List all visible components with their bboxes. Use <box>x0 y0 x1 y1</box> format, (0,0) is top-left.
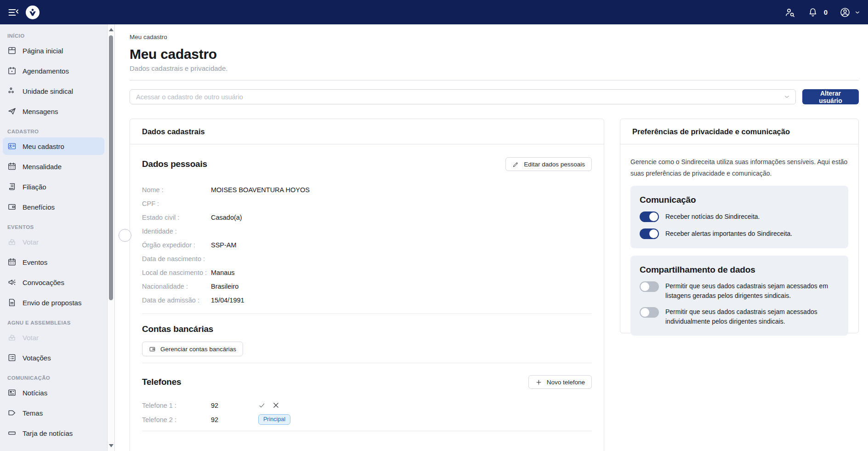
plus-icon <box>535 379 542 386</box>
field-row: Estado civil :Casado(a) <box>142 211 592 224</box>
app-logo[interactable] <box>26 6 40 19</box>
checklist-icon <box>7 353 17 362</box>
sidebar-item-unidade-sindical[interactable]: Unidade sindical <box>3 84 104 98</box>
field-row: Órgão expedidor :SSP-AM <box>142 238 592 252</box>
bell-icon[interactable] <box>807 7 818 18</box>
divider <box>142 431 592 431</box>
sidebar-item-meu-cadastro[interactable]: Meu cadastro <box>3 137 104 155</box>
sidebar-section-inicio: INÍCIO <box>7 33 100 39</box>
user-switch-row: Alterar usuário <box>130 89 859 104</box>
sidebar-scrollbar[interactable] <box>107 24 115 451</box>
phone-rows: Telefone 1 : 92 Telefone 2 : 92 Principa… <box>142 398 592 427</box>
file-text-icon <box>7 298 17 307</box>
sidebar-resize-handle[interactable] <box>119 229 131 242</box>
phone-row: Telefone 1 : 92 <box>142 398 592 412</box>
calendar-event-icon <box>7 66 17 75</box>
registration-card: Dados cadastrais Dados pessoais Editar d… <box>130 119 604 451</box>
scrollbar-thumb[interactable] <box>109 35 113 300</box>
toggle-row: Permitir que seus dados cadastrais sejam… <box>640 307 839 326</box>
sidebar-item-votar-agnu: Votar <box>3 331 104 344</box>
top-navbar: 0 <box>0 0 868 24</box>
sidebar-item-pagina-inicial[interactable]: Página inicial <box>3 44 104 57</box>
data-sharing-title: Compartilhamento de dados <box>640 265 839 275</box>
toggle-row: Permitir que seus dados cadastrais sejam… <box>640 281 839 301</box>
field-row: Data de nascimento : <box>142 252 592 266</box>
pencil-icon <box>512 161 519 168</box>
individual-access-toggle[interactable] <box>640 307 659 318</box>
listing-access-toggle[interactable] <box>640 281 659 292</box>
scroll-down-arrow-icon[interactable] <box>109 444 113 447</box>
scroll-up-arrow-icon[interactable] <box>109 28 113 31</box>
field-row: Identidade : <box>142 224 592 238</box>
page-title: Meu cadastro <box>130 46 859 62</box>
collapse-menu-icon[interactable] <box>7 6 19 18</box>
sidebar-item-convocacoes[interactable]: Convocações <box>3 275 104 289</box>
divider <box>142 363 592 363</box>
sidebar: INÍCIO Página inicial Agendamentos Unida… <box>0 24 107 451</box>
edit-personal-data-button[interactable]: Editar dados pessoais <box>505 157 592 171</box>
field-row: Nacionalidade :Brasileiro <box>142 280 592 293</box>
sidebar-item-temas[interactable]: Temas <box>3 406 104 420</box>
ballot-icon <box>7 333 17 342</box>
communication-panel: Comunicação Receber notícias do Sindirec… <box>630 186 848 248</box>
confirm-check-icon[interactable] <box>258 402 266 409</box>
wallet-icon <box>149 346 156 353</box>
chevron-down-icon[interactable] <box>854 9 861 16</box>
toggle-row: Receber alertas importantes do Sindirece… <box>640 228 839 239</box>
communication-title: Comunicação <box>640 195 839 205</box>
sidebar-section-agnu: AGNU E ASSEMBLEIAS <box>7 320 100 326</box>
sidebar-item-filiacao[interactable]: Filiação <box>3 180 104 194</box>
sidebar-item-eventos[interactable]: Eventos <box>3 255 104 269</box>
account-icon[interactable] <box>840 7 851 18</box>
phone-row: Telefone 2 : 92 Principal <box>142 412 592 427</box>
org-icon <box>7 86 17 96</box>
privacy-card-title: Preferências de privacidade e comunicaçã… <box>620 119 858 144</box>
main-content: Meu cadastro Meu cadastro Dados cadastra… <box>115 24 868 451</box>
id-card-icon <box>7 142 17 151</box>
sidebar-item-votar-eventos: Votar <box>3 235 104 249</box>
change-user-button[interactable]: Alterar usuário <box>802 89 859 104</box>
principal-badge: Principal <box>258 414 290 425</box>
privacy-card: Preferências de privacidade e comunicaçã… <box>620 119 859 333</box>
field-row: Local de nascimento :Manaus <box>142 266 592 280</box>
document-scroll-icon <box>7 182 17 191</box>
page-subtitle: Dados cadastrais e privacidade. <box>130 64 859 72</box>
news-toggle[interactable] <box>640 211 659 222</box>
sidebar-item-envio-de-propostas[interactable]: Envio de propostas <box>3 296 104 309</box>
sidebar-item-agendamentos[interactable]: Agendamentos <box>3 64 104 78</box>
wallet-icon <box>7 202 17 211</box>
bank-accounts-title: Contas bancárias <box>142 324 592 334</box>
megaphone-icon <box>7 278 17 287</box>
user-search-input[interactable] <box>130 89 796 104</box>
breadcrumb[interactable]: Meu cadastro <box>130 34 859 40</box>
manage-bank-accounts-button[interactable]: Gerenciar contas bancárias <box>142 342 243 356</box>
sidebar-item-votacoes[interactable]: Votações <box>3 351 104 365</box>
ballot-icon <box>7 237 17 246</box>
send-icon <box>7 107 17 116</box>
alerts-toggle[interactable] <box>640 228 659 239</box>
new-phone-button[interactable]: Novo telefone <box>528 375 592 389</box>
notifications-count: 0 <box>824 8 828 16</box>
personal-data-title: Dados pessoais <box>142 159 207 169</box>
layout-icon <box>7 46 17 55</box>
banner-icon <box>7 428 17 438</box>
app-root: 0 INÍCIO Página inicial Agendamentos Uni… <box>0 0 868 451</box>
divider <box>142 314 592 314</box>
sidebar-item-mensagens[interactable]: Mensagens <box>3 104 104 118</box>
cancel-x-icon[interactable] <box>272 401 280 409</box>
sidebar-item-beneficios[interactable]: Benefícios <box>3 200 104 214</box>
sidebar-item-mensalidade[interactable]: Mensalidade <box>3 160 104 173</box>
calendar-grid-icon <box>7 162 17 171</box>
registration-card-title: Dados cadastrais <box>130 119 604 144</box>
data-sharing-panel: Compartilhamento de dados Permitir que s… <box>630 256 848 336</box>
personal-data-fields: Nome :MOISES BOAVENTURA HOYOS CPF : Esta… <box>142 183 592 307</box>
logo-mark-icon <box>28 7 38 17</box>
person-search-icon[interactable] <box>784 7 795 18</box>
calendar-grid-icon <box>7 257 17 267</box>
sidebar-item-tarja-de-noticias[interactable]: Tarja de notícias <box>3 426 104 440</box>
sidebar-section-eventos: EVENTOS <box>7 224 100 230</box>
privacy-description: Gerencie como o Sindireceita utiliza sua… <box>630 156 848 179</box>
sidebar-item-noticias[interactable]: Notícias <box>3 386 104 400</box>
header-divider <box>130 80 859 80</box>
field-row: CPF : <box>142 197 592 211</box>
